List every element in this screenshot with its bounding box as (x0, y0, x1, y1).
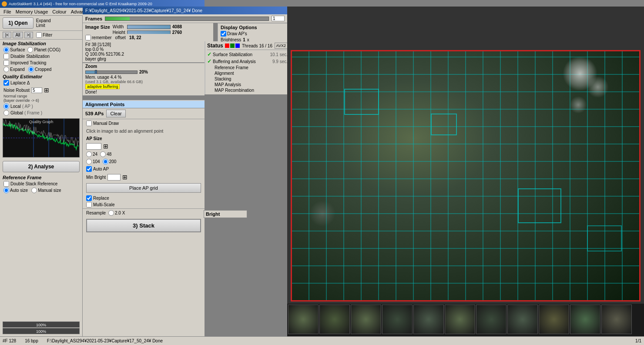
ap-size-header: AP Size (83, 135, 205, 142)
limit-label: Limit (36, 23, 51, 28)
manual-draw-row: Manual Draw (83, 119, 205, 127)
remember-checkbox[interactable]: remember (85, 35, 112, 40)
green-dot (230, 44, 235, 48)
film-frame-4[interactable] (382, 305, 413, 334)
done-text: Done! (85, 90, 202, 94)
min-bright-label: Min Bright (86, 175, 106, 180)
status-bpp: 16 bpp (25, 338, 38, 343)
cropped-radio[interactable]: Cropped (28, 67, 51, 72)
mem-line1: Mem. usage 4.4 % (85, 75, 202, 80)
clear-button[interactable]: Clear (106, 110, 125, 117)
filmstrip (287, 304, 644, 336)
size-48-radio[interactable]: 48 (100, 151, 111, 157)
reference-frame-header: Reference Frame (0, 174, 82, 181)
check-icon-1: ✓ (207, 58, 211, 64)
analyse-button[interactable]: 2) Analyse (3, 161, 80, 172)
filter-checkbox[interactable] (36, 32, 42, 38)
noise-robust-spinner[interactable]: ⊞ (44, 87, 49, 94)
filter-label[interactable]: Filter (36, 32, 52, 38)
film-frame-10[interactable] (570, 305, 600, 334)
status-panel-right: Status Threads 16 / 16 AVX2 ✓ Surface St… (205, 41, 289, 94)
progress-bar-top: 100% (3, 322, 80, 328)
status-header-row: Status Threads 16 / 16 AVX2 (207, 43, 288, 50)
quality-estimator-header: Quality Estimator (0, 73, 82, 80)
improved-tracking-row: Improved Tracking (0, 60, 82, 66)
disable-stab-checkbox[interactable]: Disable Stabilization (3, 54, 50, 59)
status-item-0: ✓ Surface Stabilization 10.1 sec. (207, 51, 288, 58)
replace-checkbox[interactable]: Replace (86, 195, 201, 201)
ap-panel: Alignment Points 539 APs Clear Manual Dr… (83, 100, 205, 336)
status-item-1: ✓ Buffering and Analysis 9.9 sec. (207, 58, 288, 65)
nav-all[interactable]: All (13, 32, 23, 38)
expand-cropped-row: Expand Cropped (0, 66, 82, 73)
menu-colour[interactable]: Colour (50, 9, 68, 15)
film-frame-7[interactable] (476, 305, 506, 334)
nav-row: |< All >| Filter (0, 31, 82, 40)
resample-radio[interactable]: 2.0 X (108, 210, 125, 216)
size-104-radio[interactable]: 104 (86, 159, 100, 164)
film-frame-8[interactable] (507, 305, 538, 334)
frame-info-panel: F# 38 [1/128] top 0.0 % Q 100.0% 521706.… (83, 41, 205, 63)
compound-window-title: F:¥Daylight_ASI294¥2021-05-23¥Capture¥17… (85, 8, 202, 13)
progress-bar-bottom: 100% (3, 328, 80, 334)
ap-size-spinner[interactable]: ⊞ (103, 143, 108, 150)
menu-file[interactable]: File (2, 9, 13, 15)
size-row: Auto size Manual size (0, 187, 82, 194)
zoom-slider[interactable] (85, 70, 138, 74)
min-bright-input[interactable]: 30 (107, 174, 121, 181)
ap-box-2 (431, 114, 457, 135)
menu-memory-usage[interactable]: Memory Usage (14, 9, 50, 15)
manual-draw-checkbox[interactable]: Manual Draw (86, 121, 119, 126)
stack-button[interactable]: 3) Stack (86, 219, 201, 232)
auto-size-radio[interactable]: Auto size (3, 188, 28, 193)
frames-value-input[interactable]: 1 (272, 16, 285, 21)
progress-label-top: 100% (36, 322, 46, 328)
main-image-container[interactable] (291, 50, 641, 301)
ap-header: Alignment Points (83, 101, 205, 108)
film-frame-5[interactable] (413, 305, 444, 334)
status-item-3: Alignment (207, 70, 288, 76)
film-frame-11[interactable] (601, 305, 632, 334)
ap-count: 539 APs (85, 111, 104, 116)
nav-next[interactable]: >| (24, 32, 33, 38)
status-item-6: MAP Recombination (207, 87, 288, 93)
double-stack-checkbox[interactable]: Double Stack Reference (3, 181, 79, 187)
status-label-0: Surface Stabilization (213, 52, 252, 57)
film-frame-3[interactable] (351, 305, 381, 334)
avx-badge: AVX2 (275, 43, 288, 49)
planet-radio[interactable]: Planet (COG) (27, 47, 60, 53)
bright-spot-2 (587, 76, 609, 98)
film-frame-2[interactable] (319, 305, 350, 334)
expand-radio[interactable]: Expand (3, 67, 25, 72)
improved-tracking-checkbox[interactable]: Improved Tracking (3, 60, 46, 66)
ap-size-input[interactable]: 200 (86, 143, 101, 150)
laplace-checkbox[interactable]: Laplace Δ (3, 80, 79, 86)
film-frame-9[interactable] (539, 305, 569, 334)
status-label-4: Stacking (215, 77, 231, 81)
multi-scale-checkbox[interactable]: Multi-Scale (86, 202, 201, 208)
bright-label: Bright (204, 210, 247, 218)
adaptive-badge: adaptive buffering (85, 84, 120, 89)
open-button[interactable]: 1) Open (3, 17, 34, 29)
film-frame-1[interactable] (288, 305, 319, 334)
auto-ap-checkbox[interactable]: Auto AP (86, 166, 201, 172)
place-ap-grid-button[interactable]: Place AP grid (86, 183, 201, 193)
rgb-dots (225, 44, 240, 48)
status-label-3: Alignment (215, 71, 234, 76)
size-24-radio[interactable]: 24 (86, 151, 97, 157)
image-stabilization-header: Image Stabilization (0, 40, 82, 47)
size-200-radio[interactable]: 200 (103, 159, 117, 164)
normal-range-text: Normal range (bayer override -> 6) (0, 94, 82, 103)
global-radio[interactable]: Global ( Frame ) (3, 110, 79, 116)
surface-radio[interactable]: Surface (3, 47, 25, 53)
draw-aps-checkbox[interactable]: Draw AP's (221, 31, 247, 37)
frames-progress-bar (105, 17, 269, 21)
film-frame-6[interactable] (445, 305, 475, 334)
min-bright-spinner[interactable]: ⊞ (122, 174, 127, 181)
status-label-2: Reference Frame (215, 65, 248, 70)
local-radio[interactable]: Local ( AP ) (3, 104, 79, 109)
noise-robust-input[interactable]: 5 (31, 87, 42, 93)
quality-graph: Quality Graph 50% (3, 118, 80, 157)
nav-prev[interactable]: |< (3, 32, 11, 38)
manual-size-radio[interactable]: Manual size (31, 188, 61, 193)
